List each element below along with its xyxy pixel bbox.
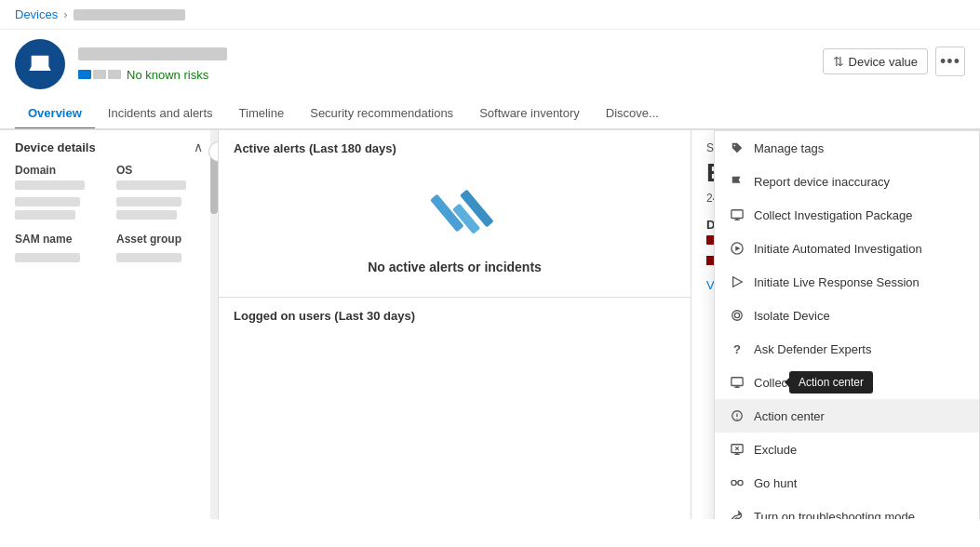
- tab-incidents[interactable]: Incidents and alerts: [95, 99, 226, 130]
- isolate-device-label: Isolate Device: [754, 309, 830, 323]
- os-value2-row: [116, 197, 203, 220]
- menu-item-troubleshooting[interactable]: Turn on troubleshooting mode: [715, 500, 979, 519]
- troubleshooting-label: Turn on troubleshooting mode: [754, 510, 915, 520]
- action-center-label: Action center: [754, 409, 825, 423]
- menu-item-collect[interactable]: Collect Action center: [715, 366, 979, 399]
- breadcrumb-current: [74, 9, 185, 20]
- risk-bars: [78, 70, 121, 79]
- breadcrumb-devices[interactable]: Devices: [15, 7, 58, 21]
- action-center-tooltip: Action center: [789, 371, 873, 394]
- svg-rect-9: [732, 378, 743, 386]
- tab-overview[interactable]: Overview: [15, 99, 95, 130]
- svg-point-7: [732, 311, 743, 321]
- asset-group-label: Asset group: [116, 233, 203, 246]
- dropdown-menu: Manage tags Report device inaccuracy Col…: [714, 130, 980, 519]
- menu-item-isolate-device[interactable]: Isolate Device: [715, 299, 979, 332]
- menu-item-go-hunt[interactable]: Go hunt: [715, 466, 979, 500]
- collect-monitor-icon: [730, 375, 745, 390]
- domain-field: Domain: [15, 164, 101, 190]
- question-icon: ?: [730, 341, 745, 356]
- exclude-label: Exclude: [754, 443, 797, 457]
- no-alerts-icon: [413, 181, 497, 247]
- nav-tabs: Overview Incidents and alerts Timeline S…: [0, 99, 980, 130]
- domain-label: Domain: [15, 164, 101, 177]
- sam-name-label: SAM name: [15, 233, 101, 246]
- report-inaccuracy-label: Report device inaccuracy: [754, 175, 890, 189]
- svg-marker-5: [735, 246, 740, 250]
- no-alerts-text: No active alerts or incidents: [368, 260, 542, 274]
- exclude-icon: [730, 442, 745, 457]
- device-details-title: Device details: [15, 140, 96, 154]
- no-alerts-svg: [413, 181, 497, 247]
- sort-icon: ⇅: [833, 54, 844, 69]
- collapse-up-button[interactable]: ∧: [194, 140, 203, 154]
- active-alerts-header: Active alerts (Last 180 days): [219, 130, 691, 163]
- os-field: OS: [116, 164, 203, 190]
- os-value: [116, 180, 186, 190]
- menu-item-exclude[interactable]: Exclude: [715, 433, 979, 466]
- menu-item-initiate-automated[interactable]: Initiate Automated Investigation: [715, 232, 979, 265]
- device-value-button[interactable]: ⇅ Device value: [823, 48, 928, 74]
- isolate-icon: [730, 308, 745, 323]
- menu-item-report-inaccuracy[interactable]: Report device inaccuracy: [715, 165, 979, 198]
- tab-discovered[interactable]: Discove...: [593, 99, 672, 130]
- scrollbar-track[interactable]: [210, 130, 218, 519]
- os-label: OS: [116, 164, 203, 177]
- menu-item-collect-investigation[interactable]: Collect Investigation Package: [715, 198, 979, 232]
- flag-icon: [730, 174, 745, 189]
- domain-value: [15, 180, 85, 190]
- menu-item-action-center[interactable]: Action center: [715, 399, 979, 433]
- device-details-panel: Device details ∧ Domain OS: [0, 130, 219, 519]
- go-hunt-label: Go hunt: [754, 476, 797, 490]
- asset-group-field: Asset group: [116, 233, 203, 249]
- wrench-icon: [730, 509, 745, 519]
- svg-rect-3: [732, 210, 743, 219]
- tab-timeline[interactable]: Timeline: [226, 99, 298, 130]
- svg-point-12: [732, 480, 736, 485]
- svg-marker-6: [733, 277, 743, 287]
- domain-value2-row: [15, 197, 101, 220]
- binoculars-icon: [730, 475, 745, 490]
- menu-item-ask-defender[interactable]: ? Ask Defender Experts: [715, 332, 979, 366]
- header-actions: ⇅ Device value •••: [823, 47, 965, 76]
- play-icon: [730, 274, 745, 289]
- sam-name-field: SAM name: [15, 233, 101, 249]
- tab-software-inventory[interactable]: Software inventory: [466, 99, 593, 130]
- laptop-icon: [27, 51, 53, 77]
- action-center-icon: [730, 408, 745, 423]
- center-panel: Active alerts (Last 180 days) No active …: [219, 130, 691, 519]
- monitor-icon: [730, 207, 745, 222]
- collect-investigation-label: Collect Investigation Package: [754, 208, 913, 222]
- device-avatar: [15, 39, 65, 89]
- menu-item-initiate-live[interactable]: Initiate Live Response Session: [715, 265, 979, 299]
- no-known-risks-label: No known risks: [127, 68, 208, 82]
- svg-point-8: [734, 313, 739, 317]
- device-value-label: Device value: [849, 55, 918, 69]
- logged-users-header: Logged on users (Last 30 days): [219, 298, 691, 330]
- circle-play-icon: [730, 241, 745, 256]
- breadcrumb-separator: ›: [63, 7, 67, 21]
- more-options-button[interactable]: •••: [935, 47, 965, 76]
- ask-defender-label: Ask Defender Experts: [754, 342, 871, 356]
- manage-tags-label: Manage tags: [754, 141, 824, 155]
- tag-icon: [730, 140, 745, 155]
- empty-alerts-state: No active alerts or incidents: [219, 163, 691, 297]
- initiate-automated-label: Initiate Automated Investigation: [754, 242, 922, 256]
- initiate-live-label: Initiate Live Response Session: [754, 275, 920, 289]
- device-name: [78, 47, 227, 60]
- svg-point-13: [738, 480, 743, 485]
- tab-security-recommendations[interactable]: Security recommendations: [297, 99, 466, 130]
- menu-item-manage-tags[interactable]: Manage tags: [715, 131, 979, 165]
